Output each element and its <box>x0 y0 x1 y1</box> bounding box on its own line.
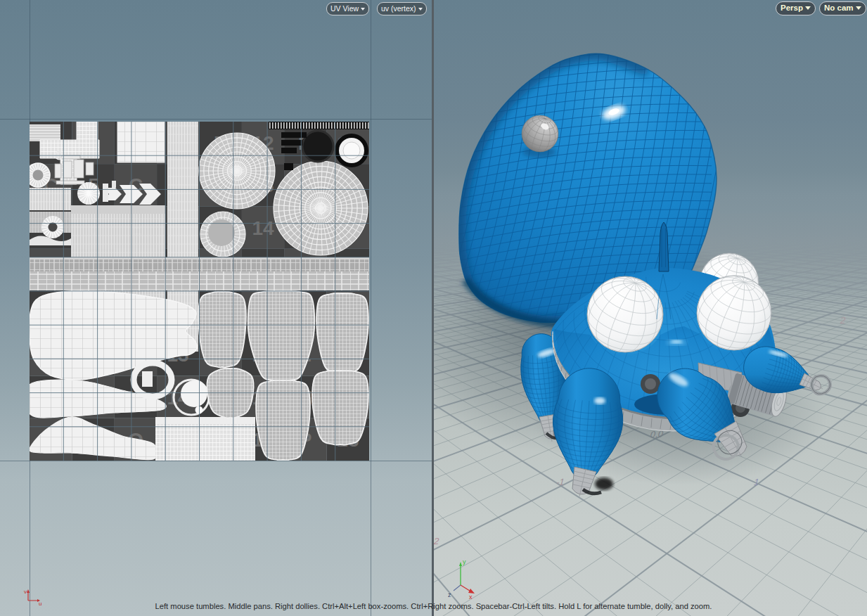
svg-text:14: 14 <box>252 217 274 239</box>
svg-text:v: v <box>24 589 27 595</box>
svg-text:z: z <box>448 591 451 598</box>
svg-text:x: x <box>469 593 473 601</box>
svg-text:y: y <box>463 558 466 565</box>
